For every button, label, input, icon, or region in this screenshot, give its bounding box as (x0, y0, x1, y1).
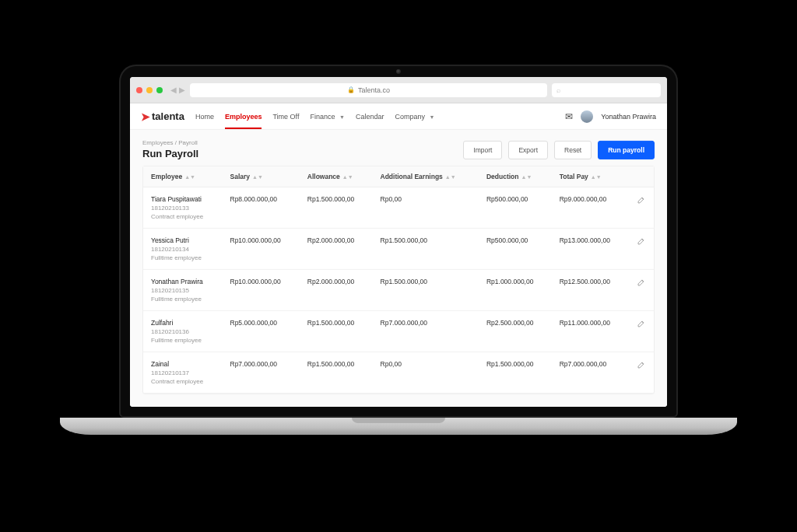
cell-total: Rp12.500.000,00 (552, 269, 629, 310)
edit-icon[interactable] (637, 360, 646, 369)
cell-deduction: Rp1.500.000,00 (479, 352, 552, 393)
employee-type: Fulltime employee (151, 337, 215, 344)
employee-id: 18120210135 (151, 287, 215, 294)
cell-salary: Rp8.000.000,00 (223, 187, 300, 228)
edit-icon[interactable] (637, 195, 646, 205)
table-row: Yonathan Prawira18120210135Fulltime empl… (143, 269, 654, 310)
employee-type: Fulltime employee (151, 296, 215, 303)
employee-name: Zulfahri (151, 319, 215, 327)
browser-search[interactable]: ⌕ (552, 82, 661, 96)
payroll-table: Employee▲▼ Salary▲▼ Allowance▲▼ Addition… (143, 166, 654, 394)
cell-allowance: Rp1.500.000,00 (300, 187, 373, 228)
sort-icon: ▲▼ (252, 176, 263, 179)
brand-accent-icon: ➤ (141, 110, 150, 122)
nav-company-label: Company (395, 112, 425, 120)
mail-icon[interactable]: ✉ (565, 110, 573, 121)
laptop-camera (396, 69, 401, 74)
table-row: Tiara Puspitawati18120210133Contract emp… (143, 187, 654, 228)
cell-total: Rp11.000.000,00 (552, 310, 629, 352)
cell-salary: Rp7.000.000,00 (223, 352, 300, 393)
breadcrumb: Employees / Payroll (142, 139, 198, 146)
cell-total: Rp13.000.000,00 (552, 228, 629, 269)
nav-finance[interactable]: Finance ▼ (310, 104, 344, 128)
chevron-down-icon: ▼ (339, 114, 345, 119)
chevron-down-icon: ▼ (430, 114, 435, 119)
cell-additional: Rp0,00 (373, 352, 479, 393)
employee-name: Yessica Putri (151, 236, 215, 244)
col-total[interactable]: Total Pay▲▼ (552, 166, 629, 187)
table-row: Zulfahri18120210136Fulltime employeeRp5.… (143, 310, 654, 352)
cell-allowance: Rp1.500.000,00 (300, 352, 373, 393)
window-controls[interactable] (136, 86, 163, 93)
forward-button[interactable]: ▶ (179, 86, 185, 94)
url-text: Talenta.co (358, 86, 390, 93)
cell-allowance: Rp1.500.000,00 (300, 310, 373, 352)
employee-id: 18120210133 (151, 205, 215, 212)
sort-icon: ▲▼ (591, 176, 602, 179)
cell-salary: Rp10.000.000,00 (223, 228, 300, 269)
address-bar[interactable]: 🔒 Talenta.co (190, 82, 547, 96)
export-button[interactable]: Export (508, 141, 548, 159)
cell-additional: Rp1.500.000,00 (373, 228, 479, 269)
payroll-table-card: Employee▲▼ Salary▲▼ Allowance▲▼ Addition… (142, 166, 655, 394)
brand-name: talenta (152, 110, 184, 122)
browser-chrome: ◀ ▶ 🔒 Talenta.co ⌕ (130, 77, 667, 103)
avatar[interactable] (581, 110, 593, 122)
cell-total: Rp9.000.000,00 (552, 187, 629, 228)
nav-employees[interactable]: Employees (225, 104, 262, 128)
edit-icon[interactable] (637, 278, 646, 287)
maximize-window-icon[interactable] (156, 86, 163, 93)
edit-icon[interactable] (637, 236, 646, 246)
back-button[interactable]: ◀ (170, 86, 177, 94)
col-additional[interactable]: Additional Earnings▲▼ (373, 166, 479, 187)
edit-icon[interactable] (637, 319, 646, 328)
sort-icon: ▲▼ (342, 176, 353, 179)
current-user-name[interactable]: Yonathan Prawira (601, 112, 656, 120)
cell-deduction: Rp2.500.000,00 (479, 310, 552, 352)
sort-icon: ▲▼ (445, 176, 456, 179)
brand-logo[interactable]: ➤ talenta (141, 110, 184, 122)
nav-finance-label: Finance (310, 112, 335, 120)
cell-total: Rp7.000.000,00 (552, 352, 629, 393)
cell-salary: Rp5.000.000,00 (223, 310, 300, 352)
col-allowance[interactable]: Allowance▲▼ (300, 166, 373, 187)
run-payroll-button[interactable]: Run payroll (598, 141, 655, 159)
lock-icon: 🔒 (347, 86, 355, 93)
minimize-window-icon[interactable] (146, 86, 153, 93)
employee-type: Contract employee (151, 378, 215, 385)
nav-calendar[interactable]: Calendar (356, 104, 384, 128)
cell-deduction: Rp500.000,00 (479, 228, 552, 269)
cell-deduction: Rp1.000.000,00 (479, 269, 552, 310)
cell-additional: Rp0,00 (373, 187, 479, 228)
cell-additional: Rp7.000.000,00 (373, 310, 479, 352)
sort-icon: ▲▼ (521, 176, 532, 179)
search-icon: ⌕ (556, 86, 560, 93)
sort-icon: ▲▼ (184, 176, 195, 179)
employee-name: Yonathan Prawira (151, 278, 215, 285)
employee-type: Contract employee (151, 213, 215, 220)
nav-company[interactable]: Company ▼ (395, 104, 434, 128)
col-deduction[interactable]: Deduction▲▼ (479, 166, 552, 187)
reset-button[interactable]: Reset (554, 141, 592, 159)
nav-timeoff[interactable]: Time Off (272, 104, 299, 128)
page-title: Run Payroll (142, 148, 198, 159)
cell-additional: Rp1.500.000,00 (373, 269, 479, 310)
table-row: Zainal18120210137Contract employeeRp7.00… (143, 352, 654, 393)
cell-allowance: Rp2.000.000,00 (300, 269, 373, 310)
employee-id: 18120210134 (151, 246, 215, 253)
employee-name: Zainal (151, 360, 215, 368)
col-salary[interactable]: Salary▲▼ (223, 166, 300, 187)
employee-type: Fulltime employee (151, 254, 215, 261)
table-row: Yessica Putri18120210134Fulltime employe… (143, 228, 654, 269)
cell-deduction: Rp500.000,00 (479, 187, 552, 228)
app-topbar: ➤ talenta Home Employees Time Off Financ… (130, 103, 667, 130)
import-button[interactable]: Import (463, 141, 502, 159)
col-employee[interactable]: Employee▲▼ (143, 166, 223, 187)
cell-salary: Rp10.000.000,00 (223, 269, 300, 310)
employee-id: 18120210137 (151, 369, 215, 376)
close-window-icon[interactable] (136, 86, 142, 93)
employee-name: Tiara Puspitawati (151, 195, 215, 203)
employee-id: 18120210136 (151, 328, 215, 335)
nav-home[interactable]: Home (195, 104, 214, 128)
cell-allowance: Rp2.000.000,00 (300, 228, 373, 269)
